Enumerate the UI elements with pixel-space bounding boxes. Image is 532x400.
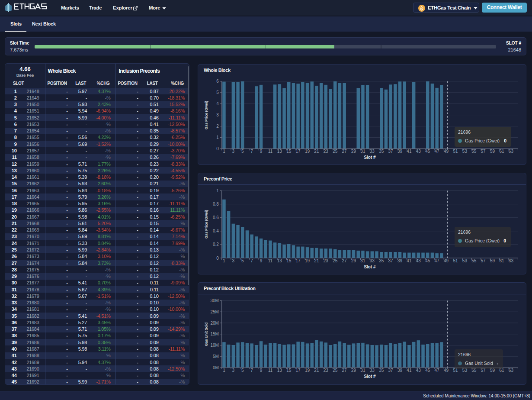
svg-text:47: 47 bbox=[435, 368, 440, 373]
svg-text:59: 59 bbox=[490, 149, 495, 154]
svg-text:29: 29 bbox=[351, 149, 356, 154]
svg-text:23: 23 bbox=[324, 368, 329, 373]
svg-text:3: 3 bbox=[232, 368, 235, 373]
svg-text:29: 29 bbox=[351, 258, 356, 263]
svg-text:37: 37 bbox=[388, 149, 394, 154]
svg-text:5: 5 bbox=[216, 90, 219, 95]
svg-text:13: 13 bbox=[277, 368, 282, 373]
svg-text:27: 27 bbox=[342, 258, 347, 263]
svg-text:21: 21 bbox=[314, 368, 319, 373]
svg-text:31: 31 bbox=[360, 258, 365, 263]
svg-text:35: 35 bbox=[379, 368, 384, 373]
svg-text:25: 25 bbox=[333, 149, 338, 154]
svg-text:9: 9 bbox=[260, 368, 263, 373]
svg-text:0: 0 bbox=[216, 146, 219, 151]
svg-text:49: 49 bbox=[444, 258, 449, 263]
svg-text:9: 9 bbox=[260, 149, 263, 154]
svg-text:17: 17 bbox=[296, 149, 301, 154]
svg-text:3: 3 bbox=[216, 113, 219, 117]
svg-text:3: 3 bbox=[232, 258, 235, 263]
svg-text:Slot #: Slot # bbox=[364, 155, 376, 160]
svg-text:15M: 15M bbox=[210, 332, 218, 336]
svg-text:33: 33 bbox=[370, 258, 375, 263]
svg-text:5: 5 bbox=[241, 258, 244, 263]
svg-text:45: 45 bbox=[425, 368, 430, 373]
svg-text:13: 13 bbox=[277, 149, 282, 154]
svg-text:0.6: 0.6 bbox=[213, 215, 219, 220]
svg-text:11: 11 bbox=[268, 258, 273, 263]
svg-text:27: 27 bbox=[342, 368, 347, 373]
svg-text:55: 55 bbox=[471, 258, 477, 263]
svg-text:0.4: 0.4 bbox=[213, 229, 219, 233]
svg-text:7: 7 bbox=[250, 149, 253, 154]
svg-text:37: 37 bbox=[388, 258, 394, 263]
svg-text:0: 0 bbox=[216, 256, 219, 261]
svg-text:29: 29 bbox=[351, 368, 356, 373]
svg-text:Slot #: Slot # bbox=[364, 265, 376, 269]
svg-text:35: 35 bbox=[379, 258, 384, 263]
svg-text:21: 21 bbox=[314, 258, 319, 263]
svg-text:41: 41 bbox=[407, 258, 412, 263]
svg-text:35: 35 bbox=[379, 149, 384, 154]
svg-text:Slot #: Slot # bbox=[364, 374, 376, 379]
svg-text:11: 11 bbox=[268, 149, 273, 154]
svg-text:57: 57 bbox=[481, 149, 486, 154]
svg-text:49: 49 bbox=[444, 368, 449, 373]
svg-text:6: 6 bbox=[216, 79, 219, 84]
svg-text:33: 33 bbox=[370, 149, 375, 154]
svg-text:25: 25 bbox=[333, 258, 338, 263]
svg-text:7: 7 bbox=[250, 368, 253, 373]
svg-text:25M: 25M bbox=[210, 310, 218, 314]
svg-text:59: 59 bbox=[490, 258, 495, 263]
svg-text:55: 55 bbox=[471, 149, 477, 154]
svg-text:17: 17 bbox=[296, 258, 301, 263]
svg-text:33: 33 bbox=[370, 368, 375, 373]
svg-text:51: 51 bbox=[453, 149, 458, 154]
svg-text:37: 37 bbox=[388, 368, 394, 373]
svg-text:39: 39 bbox=[397, 368, 403, 373]
svg-text:7: 7 bbox=[250, 258, 253, 263]
svg-text:15: 15 bbox=[286, 149, 292, 154]
svg-text:30M: 30M bbox=[210, 298, 218, 303]
svg-text:61: 61 bbox=[499, 149, 504, 154]
svg-text:23: 23 bbox=[324, 258, 329, 263]
svg-text:11: 11 bbox=[268, 368, 273, 373]
svg-text:45: 45 bbox=[425, 149, 430, 154]
svg-text:1: 1 bbox=[223, 368, 225, 373]
svg-text:27: 27 bbox=[342, 149, 347, 154]
svg-text:1: 1 bbox=[216, 188, 219, 193]
svg-text:19: 19 bbox=[305, 258, 310, 263]
svg-text:25: 25 bbox=[333, 368, 338, 373]
svg-text:61: 61 bbox=[499, 258, 504, 263]
svg-text:43: 43 bbox=[416, 149, 421, 154]
svg-text:0.2: 0.2 bbox=[213, 242, 219, 247]
svg-text:39: 39 bbox=[397, 149, 403, 154]
svg-text:53: 53 bbox=[462, 149, 468, 154]
svg-text:0M: 0M bbox=[213, 365, 219, 370]
svg-text:10M: 10M bbox=[210, 343, 218, 348]
svg-text:5M: 5M bbox=[213, 354, 219, 359]
svg-text:13: 13 bbox=[277, 258, 282, 263]
svg-text:43: 43 bbox=[416, 368, 421, 373]
svg-text:63: 63 bbox=[509, 258, 514, 263]
svg-text:39: 39 bbox=[397, 258, 403, 263]
svg-text:3: 3 bbox=[232, 149, 235, 154]
svg-text:63: 63 bbox=[509, 368, 514, 373]
svg-text:15: 15 bbox=[286, 368, 292, 373]
svg-text:63: 63 bbox=[509, 149, 514, 154]
svg-text:31: 31 bbox=[360, 149, 365, 154]
svg-text:19: 19 bbox=[305, 149, 310, 154]
svg-text:23: 23 bbox=[324, 149, 329, 154]
svg-text:53: 53 bbox=[462, 258, 468, 263]
svg-text:0.8: 0.8 bbox=[213, 202, 219, 206]
svg-text:47: 47 bbox=[435, 149, 440, 154]
svg-text:1: 1 bbox=[223, 149, 225, 154]
svg-text:5: 5 bbox=[241, 149, 244, 154]
svg-text:1: 1 bbox=[223, 258, 225, 263]
svg-text:20M: 20M bbox=[210, 321, 218, 326]
svg-text:41: 41 bbox=[407, 368, 412, 373]
svg-text:15: 15 bbox=[286, 258, 292, 263]
svg-text:43: 43 bbox=[416, 258, 421, 263]
svg-text:1: 1 bbox=[216, 135, 219, 140]
svg-text:47: 47 bbox=[435, 258, 440, 263]
